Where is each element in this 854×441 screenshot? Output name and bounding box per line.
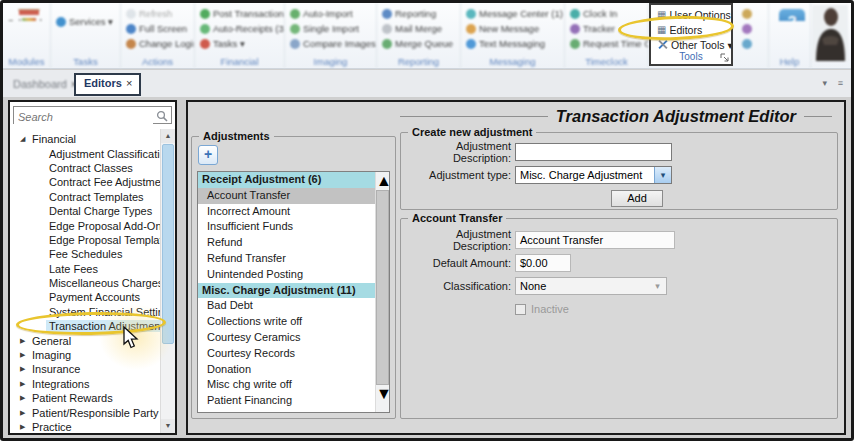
- scrollbar-thumb[interactable]: [376, 190, 389, 385]
- expand-arrow-icon[interactable]: ▶: [20, 409, 29, 417]
- editors-button[interactable]: ▦ Editors: [651, 22, 731, 37]
- overflow-button-2[interactable]: [737, 21, 768, 36]
- single-import-button[interactable]: Single Import: [285, 21, 376, 36]
- adjustment-group-header[interactable]: Misc. Charge Adjustment (11): [198, 283, 375, 299]
- scheduler-button[interactable]: Scheduler: [3, 6, 50, 21]
- clock-in-button[interactable]: Clock In: [565, 6, 648, 21]
- sidebar-item-integrations[interactable]: ▶Integrations: [10, 377, 160, 391]
- adjustment-type-dropdown[interactable]: Misc. Charge Adjustment ▾: [515, 166, 672, 184]
- text-messaging-button[interactable]: Text Messaging: [461, 36, 564, 51]
- adjustment-description-field[interactable]: Account Transfer: [515, 231, 675, 249]
- post-transaction-button[interactable]: Post Transaction: [195, 6, 284, 21]
- dialog-launcher-icon[interactable]: [720, 53, 729, 62]
- auto-import-button[interactable]: Auto-Import: [285, 6, 376, 21]
- search-input[interactable]: [14, 109, 153, 125]
- list-scrollbar[interactable]: ▲ ▼: [375, 172, 389, 412]
- sidebar-item-general[interactable]: ▶General: [10, 333, 160, 347]
- expand-arrow-icon[interactable]: ◢: [20, 135, 29, 143]
- expand-arrow-icon[interactable]: ▶: [20, 351, 29, 359]
- message-center-button[interactable]: Message Center (1): [461, 6, 564, 21]
- tab-editors[interactable]: Editors×: [74, 73, 141, 96]
- sidebar-item-transaction-adjustments[interactable]: Transaction Adjustments: [10, 319, 160, 333]
- reporting-button[interactable]: Reporting: [377, 6, 460, 21]
- merge-queue-button[interactable]: Merge Queue: [377, 36, 460, 51]
- sidebar-item-adjustment-classifications[interactable]: Adjustment Classifications: [10, 146, 160, 160]
- compare-images-button[interactable]: Compare Images: [285, 36, 376, 51]
- expand-arrow-icon[interactable]: ▶: [20, 423, 29, 431]
- ribbon-group-messaging: Message Center (1) New Message Text Mess…: [461, 3, 565, 68]
- tasks-button[interactable]: Tasks ▾: [195, 36, 284, 51]
- sidebar-item-late-fees[interactable]: Late Fees: [10, 262, 160, 276]
- sidebar-item-insurance[interactable]: ▶Insurance: [10, 362, 160, 376]
- scroll-down-icon[interactable]: ▼: [161, 419, 175, 433]
- adjustment-item[interactable]: Refund: [198, 235, 375, 251]
- sidebar-item-financial[interactable]: ◢Financial: [10, 132, 160, 146]
- scroll-up-icon[interactable]: ▲: [161, 129, 175, 143]
- tab-menu-icon[interactable]: ≡: [838, 78, 843, 88]
- expand-arrow-icon[interactable]: ▶: [20, 380, 29, 388]
- adjustment-item[interactable]: Referral Credit: [198, 409, 375, 412]
- ribbon-group-label: Modules: [3, 56, 50, 67]
- sidebar-item-imaging[interactable]: ▶Imaging: [10, 348, 160, 362]
- add-button[interactable]: Add: [611, 190, 663, 207]
- adjustment-item-selected[interactable]: Account Transfer: [198, 188, 375, 204]
- scrollbar-thumb[interactable]: [162, 144, 174, 344]
- adjustment-description-input[interactable]: [515, 143, 672, 161]
- sidebar-item-contract-templates[interactable]: Contract Templates: [10, 190, 160, 204]
- sidebar-item-patient-responsible-party[interactable]: ▶Patient/Responsible Party: [10, 405, 160, 419]
- adjustment-group-header[interactable]: Receipt Adjustment (6): [198, 172, 375, 188]
- scroll-down-icon[interactable]: ▼: [376, 385, 389, 403]
- adjustment-item[interactable]: Incorrect Amount: [198, 204, 375, 220]
- sidebar-item-edge-proposal-templates[interactable]: Edge Proposal Templates: [10, 233, 160, 247]
- mail-merge-button[interactable]: Mail Merge: [377, 21, 460, 36]
- close-icon[interactable]: ×: [126, 77, 132, 89]
- adjustment-item[interactable]: Insufficient Funds: [198, 219, 375, 235]
- user-options-button[interactable]: ▦ User Options: [651, 7, 731, 22]
- request-time-off-button[interactable]: Request Time Off: [565, 36, 648, 51]
- auto-receipts-button[interactable]: Auto-Receipts (3): [195, 21, 284, 36]
- sidebar-item-dental-charge-types[interactable]: Dental Charge Types: [10, 204, 160, 218]
- sidebar-item-payment-accounts[interactable]: Payment Accounts: [10, 290, 160, 304]
- add-adjustment-plus-button[interactable]: +: [198, 145, 218, 165]
- page-title: Transaction Adjustment Editor: [556, 107, 796, 126]
- sidebar-item-patient-rewards[interactable]: ▶Patient Rewards: [10, 391, 160, 405]
- full-screen-button[interactable]: Full Screen: [121, 21, 194, 36]
- adjustment-item[interactable]: Unintended Posting: [198, 267, 375, 283]
- tab-strip: Dashboard× Editors× ▾ ≡: [3, 70, 851, 97]
- expand-arrow-icon[interactable]: ▶: [20, 365, 29, 373]
- tracker-button[interactable]: Tracker: [565, 21, 648, 36]
- overflow-button-3[interactable]: [737, 36, 768, 51]
- help-button[interactable]: ? Help: [769, 6, 810, 21]
- adjustment-item[interactable]: Courtesy Records: [198, 346, 375, 362]
- sidebar-item-contract-classes[interactable]: Contract Classes: [10, 161, 160, 175]
- sidebar-item-miscellaneous-charges[interactable]: Miscellaneous Charges: [10, 276, 160, 290]
- adjustment-item[interactable]: Collections write off: [198, 314, 375, 330]
- sidebar-item-contract-fee-adjustments[interactable]: Contract Fee Adjustments: [10, 175, 160, 189]
- expand-arrow-icon[interactable]: ▶: [20, 337, 29, 345]
- services-button[interactable]: Services ▾: [51, 14, 120, 29]
- adjustment-item[interactable]: Misc chg write off: [198, 377, 375, 393]
- other-tools-button[interactable]: Other Tools ▾: [651, 37, 731, 52]
- calendar-icon: [18, 9, 40, 11]
- ribbon-group-tasks: Services ▾ Tasks: [51, 3, 121, 68]
- default-amount-field[interactable]: $0.00: [515, 254, 571, 272]
- adjustment-item[interactable]: Patient Financing: [198, 393, 375, 409]
- search-icon[interactable]: [156, 110, 168, 122]
- new-message-button[interactable]: New Message: [461, 21, 564, 36]
- tab-dashboard[interactable]: Dashboard×: [13, 78, 77, 90]
- adjustment-item[interactable]: Donation: [198, 362, 375, 378]
- tree-scrollbar[interactable]: ▲ ▼: [160, 129, 175, 433]
- sidebar-item-system-financial-settings[interactable]: System Financial Settings: [10, 305, 160, 319]
- sidebar-item-fee-schedules[interactable]: Fee Schedules: [10, 247, 160, 261]
- change-login-button[interactable]: Change Login: [121, 36, 194, 51]
- overflow-button-1[interactable]: [737, 6, 768, 21]
- scroll-up-icon[interactable]: ▲: [376, 172, 389, 190]
- adjustment-item[interactable]: Courtesy Ceramics: [198, 330, 375, 346]
- sidebar-item-practice[interactable]: ▶Practice: [10, 420, 160, 433]
- sidebar-item-edge-proposal-add-ons[interactable]: Edge Proposal Add-Ons: [10, 218, 160, 232]
- expand-arrow-icon[interactable]: ▶: [20, 394, 29, 402]
- chevron-down-icon[interactable]: ▾: [654, 167, 671, 183]
- adjustment-item[interactable]: Refund Transfer: [198, 251, 375, 267]
- tab-overflow-icon[interactable]: ▾: [822, 78, 827, 88]
- adjustment-item[interactable]: Bad Debt: [198, 298, 375, 314]
